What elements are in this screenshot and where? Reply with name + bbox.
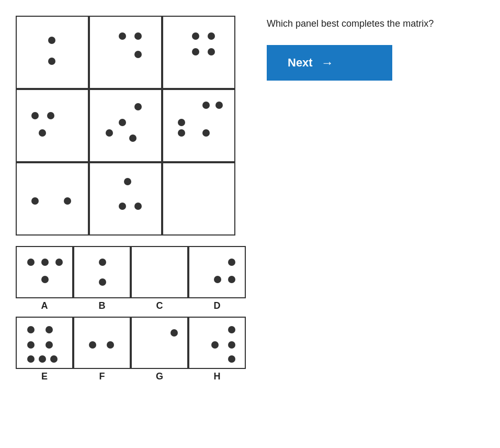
answer-cell-d[interactable] [188,246,246,298]
dot [107,341,114,349]
answer-label-d: D [214,300,221,311]
dot [47,112,54,119]
answer-item-a[interactable]: A [16,246,73,311]
dot [124,178,131,185]
dot [202,129,210,137]
dot [64,197,71,205]
answer-item-c[interactable]: C [131,246,188,311]
dot [89,341,96,349]
dot [27,341,35,349]
answer-label-b: B [99,300,106,311]
dot [46,326,53,333]
next-button[interactable]: Next → [267,45,392,81]
dot [119,32,126,40]
dot [215,102,223,109]
dot [134,103,142,110]
matrix-cell-r2c3 [162,89,235,162]
question-text: Which panel best completes the matrix? [267,18,434,29]
dot [214,276,221,283]
dot [178,129,185,137]
dot [134,32,142,40]
dot [134,51,142,58]
answer-item-h[interactable]: H [188,317,246,382]
dot [228,355,235,363]
answer-cell-e[interactable] [16,317,73,369]
matrix-cell-r3c3 [162,162,235,236]
dot [55,259,63,266]
answer-label-f: F [99,371,105,382]
answer-item-g[interactable]: G [131,317,188,382]
answer-label-g: G [156,371,163,382]
dot [106,129,113,137]
dot [119,203,126,210]
dot [31,197,39,205]
matrix-cell-r3c1 [16,162,89,236]
answer-section: ABCD EFGH [16,246,246,382]
dot [31,112,39,119]
answer-row-bottom: EFGH [16,317,246,382]
next-arrow-icon: → [321,55,334,70]
answer-item-f[interactable]: F [73,317,131,382]
answer-cell-g[interactable] [131,317,188,369]
answer-cell-h[interactable] [188,317,246,369]
answer-item-d[interactable]: D [188,246,246,311]
dot [192,48,199,55]
dot [211,341,219,349]
dot [39,355,46,363]
dot [48,37,55,44]
answer-label-h: H [214,371,221,382]
dot [202,102,210,109]
dot [228,259,235,266]
dot [119,119,126,126]
answer-cell-b[interactable] [73,246,131,298]
dot [27,259,35,266]
answer-cell-a[interactable] [16,246,73,298]
answer-item-b[interactable]: B [73,246,131,311]
dot [27,326,35,333]
dot [41,259,49,266]
matrix-cell-r1c3 [162,16,235,89]
dot [129,135,137,142]
answer-label-a: A [41,300,48,311]
answer-row-top: ABCD [16,246,246,311]
dot [228,276,235,283]
dot [208,32,215,40]
dot [134,203,142,210]
answer-item-e[interactable]: E [16,317,73,382]
next-button-label: Next [288,56,313,70]
matrix-grid [16,16,246,236]
dot [48,58,55,65]
dot [192,32,199,40]
matrix-cell-r2c1 [16,89,89,162]
dot [99,259,106,266]
dot [41,276,49,283]
dot [39,129,46,137]
answer-cell-f[interactable] [73,317,131,369]
answer-cell-c[interactable] [131,246,188,298]
answer-label-c: C [156,300,163,311]
matrix-cell-r1c2 [89,16,162,89]
dot [27,355,35,363]
dot [178,119,185,126]
dot [228,326,235,333]
dot [50,355,58,363]
matrix-cell-r1c1 [16,16,89,89]
dot [228,341,235,349]
matrix-cell-r2c2 [89,89,162,162]
matrix-cell-r3c2 [89,162,162,236]
dot [99,278,106,286]
dot [208,48,215,55]
answer-label-e: E [41,371,48,382]
dot [46,341,53,349]
dot [171,329,178,337]
